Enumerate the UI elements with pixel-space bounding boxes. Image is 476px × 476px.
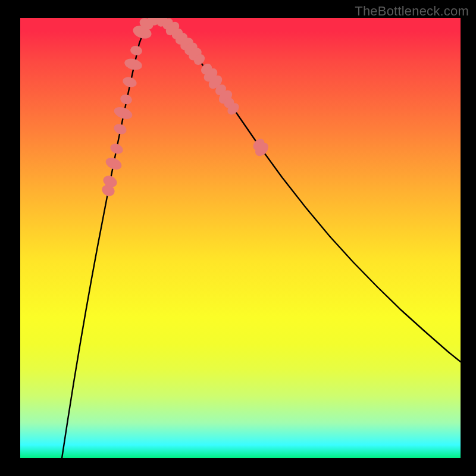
bottleneck-curve [62,18,461,458]
watermark-label: TheBottleneck.com [355,4,469,19]
curve-marker [109,142,125,156]
curve-marker [112,122,128,136]
curve-marker [119,93,133,105]
curve-svg [20,18,461,458]
plot-area [20,18,461,458]
chart-frame: TheBottleneck.com [0,0,476,476]
curve-marker [123,57,143,72]
curve-marker [121,76,137,89]
curve-marker [104,155,124,172]
curve-marker [130,45,143,57]
